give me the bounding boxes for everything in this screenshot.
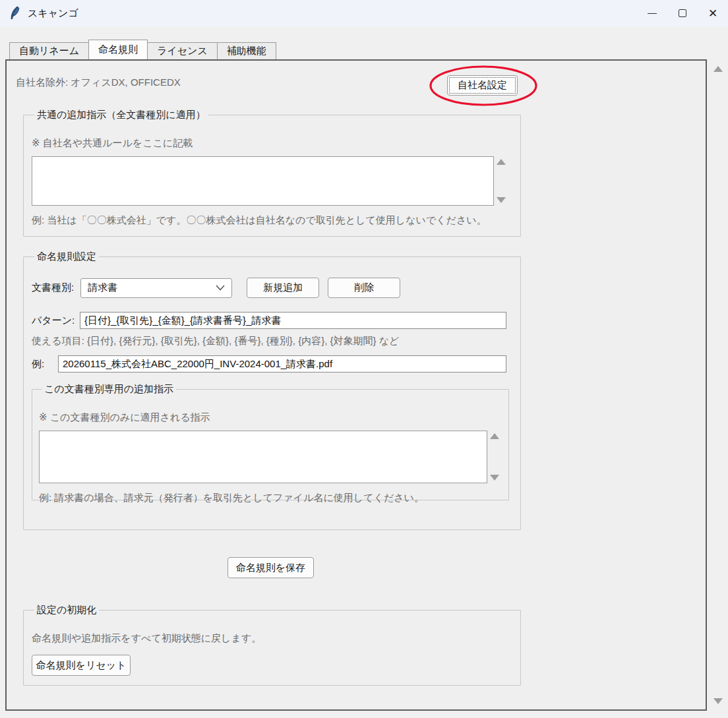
tab-license[interactable]: ライセンス (147, 42, 218, 59)
common-instructions-example: 例: 当社は「〇〇株式会社」です。〇〇株式会社は自社名なので取引先として使用しな… (32, 214, 512, 227)
tab-bar: 自動リネーム 命名規則 ライセンス 補助機能 (9, 40, 276, 59)
chevron-down-icon (216, 285, 225, 291)
reset-settings-group: 設定の初期化 命名規則や追加指示をすべて初期状態に戻します。 命名規則をリセット (23, 604, 521, 686)
close-button[interactable]: ✕ (698, 0, 728, 26)
naming-rules-legend: 命名規則設定 (34, 251, 99, 263)
minimize-button[interactable] (637, 0, 667, 26)
scroll-down-arrow-icon[interactable] (490, 475, 499, 481)
reset-description: 命名規則や追加指示をすべて初期状態に戻します。 (32, 632, 512, 645)
python-feather-icon (9, 6, 21, 20)
common-instructions-hint: ※ 自社名や共通ルールをここに記載 (32, 137, 512, 150)
example-label: 例: (32, 358, 58, 371)
maximize-button[interactable] (667, 0, 698, 26)
vertical-scrollbar[interactable] (711, 61, 725, 709)
add-new-button[interactable]: 新規追加 (247, 278, 319, 298)
doc-specific-textarea[interactable] (39, 431, 487, 483)
window-title: スキャンゴ (28, 7, 78, 20)
tab-naming-rules[interactable]: 命名規則 (88, 40, 148, 59)
doc-specific-instructions-group: この文書種別専用の追加指示 ※ この文書種別のみに適用される指示 例: 請求書の… (32, 383, 509, 500)
doc-specific-example: 例: 請求書の場合、請求元（発行者）を取引先としてファイル名に使用してください。 (39, 492, 502, 504)
scroll-up-arrow-icon[interactable] (490, 433, 499, 439)
common-instructions-legend: 共通の追加指示（全文書種別に適用） (34, 109, 208, 121)
doc-type-label: 文書種別: (32, 282, 74, 294)
common-instructions-textarea[interactable] (32, 156, 494, 206)
doc-specific-legend: この文書種別専用の追加指示 (42, 383, 176, 396)
scroll-down-arrow-icon[interactable] (713, 698, 723, 704)
reset-settings-legend: 設定の初期化 (34, 604, 99, 616)
close-icon: ✕ (708, 8, 717, 19)
doc-specific-hint: ※ この文書種別のみに適用される指示 (39, 411, 502, 424)
common-instructions-group: 共通の追加指示（全文書種別に適用） ※ 自社名や共通ルールをここに記載 例: 当… (23, 109, 521, 237)
naming-rules-group: 命名規則設定 文書種別: 請求書 新規追加 削除 パターン: 使える項目: {日… (23, 251, 521, 530)
common-instructions-scrollbar[interactable] (494, 156, 508, 206)
reset-naming-rules-button[interactable]: 命名規則をリセット (32, 655, 131, 676)
save-naming-rules-button[interactable]: 命名規則を保存 (228, 557, 314, 578)
tab-aux-functions[interactable]: 補助機能 (217, 42, 276, 59)
doc-type-combobox[interactable]: 請求書 (80, 278, 232, 298)
minimize-icon (648, 13, 657, 14)
pattern-label: パターン: (32, 314, 80, 327)
company-name-button-area: 自社名設定 (425, 63, 545, 107)
company-name-settings-button[interactable]: 自社名設定 (447, 75, 518, 96)
doc-specific-scrollbar[interactable] (487, 431, 502, 483)
delete-button[interactable]: 削除 (328, 278, 400, 298)
scroll-up-arrow-icon[interactable] (713, 66, 723, 72)
title-bar: スキャンゴ ✕ (0, 0, 728, 26)
company-exclusion-label: 自社名除外: オフィスDX, OFFICEDX (16, 76, 181, 89)
naming-rules-panel: 自社名除外: オフィスDX, OFFICEDX 自社名設定 共通の追加指示（全文… (5, 59, 707, 711)
example-filename-input[interactable] (58, 355, 506, 373)
scroll-up-arrow-icon[interactable] (497, 159, 506, 165)
maximize-icon (679, 9, 686, 17)
scroll-down-arrow-icon[interactable] (497, 197, 506, 203)
available-fields-hint: 使える項目: {日付}, {発行元}, {取引先}, {金額}, {番号}, {… (32, 335, 512, 347)
tab-auto-rename[interactable]: 自動リネーム (9, 42, 89, 59)
doc-type-value: 請求書 (88, 282, 117, 294)
pattern-input[interactable] (80, 312, 506, 329)
